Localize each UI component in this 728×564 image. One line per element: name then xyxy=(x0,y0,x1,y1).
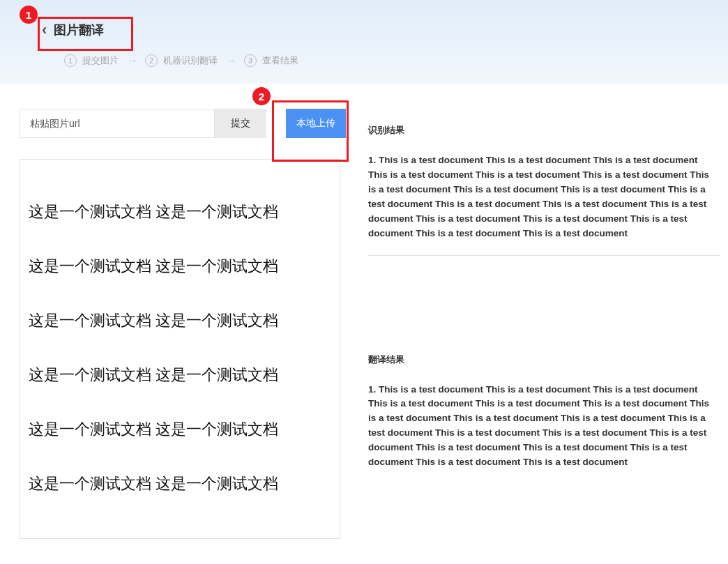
step-label: 提交图片 xyxy=(82,54,119,67)
arrow-right-icon: → xyxy=(226,54,236,67)
url-input-row: 提交 本地上传 xyxy=(20,109,347,138)
step-2: 2 机器识别翻译 xyxy=(145,54,218,67)
right-column: 识别结果 1. This is a test document This is … xyxy=(368,109,720,539)
translate-result: 1. This is a test document This is a tes… xyxy=(368,383,720,485)
preview-line: 这是一个测试文档 这是一个测试文档 xyxy=(29,365,331,386)
step-label: 机器识别翻译 xyxy=(163,54,218,67)
body: 提交 本地上传 这是一个测试文档 这是一个测试文档 这是一个测试文档 这是一个测… xyxy=(0,84,728,539)
step-number: 2 xyxy=(145,54,158,67)
steps-bar: 1 提交图片 → 2 机器识别翻译 → 3 查看结果 xyxy=(64,54,720,67)
preview-line: 这是一个测试文档 这是一个测试文档 xyxy=(29,473,331,494)
recognize-title: 识别结果 xyxy=(368,124,720,137)
submit-button[interactable]: 提交 xyxy=(215,109,266,138)
url-input[interactable] xyxy=(20,109,215,138)
back-button[interactable]: ‹ 图片翻译 xyxy=(42,21,720,39)
step-3: 3 查看结果 xyxy=(244,54,298,67)
page-title: 图片翻译 xyxy=(54,22,104,38)
preview-line: 这是一个测试文档 这是一个测试文档 xyxy=(29,256,331,277)
step-number: 3 xyxy=(244,54,257,67)
chevron-left-icon: ‹ xyxy=(42,21,47,39)
step-1: 1 提交图片 xyxy=(64,54,119,67)
spacer xyxy=(368,277,720,353)
recognize-result: 1. This is a test document This is a tes… xyxy=(368,153,720,256)
translate-title: 翻译结果 xyxy=(368,353,720,366)
preview-line: 这是一个测试文档 这是一个测试文档 xyxy=(29,201,331,222)
left-column: 提交 本地上传 这是一个测试文档 这是一个测试文档 这是一个测试文档 这是一个测… xyxy=(20,109,347,539)
step-label: 查看结果 xyxy=(262,54,298,67)
step-number: 1 xyxy=(64,54,77,67)
preview-line: 这是一个测试文档 这是一个测试文档 xyxy=(29,419,331,440)
upload-button[interactable]: 本地上传 xyxy=(286,109,346,138)
preview-line: 这是一个测试文档 这是一个测试文档 xyxy=(29,310,331,331)
arrow-right-icon: → xyxy=(127,54,137,67)
image-preview: 这是一个测试文档 这是一个测试文档 这是一个测试文档 这是一个测试文档 这是一个… xyxy=(20,159,340,539)
header: ‹ 图片翻译 1 提交图片 → 2 机器识别翻译 → 3 查看结果 xyxy=(0,0,728,84)
